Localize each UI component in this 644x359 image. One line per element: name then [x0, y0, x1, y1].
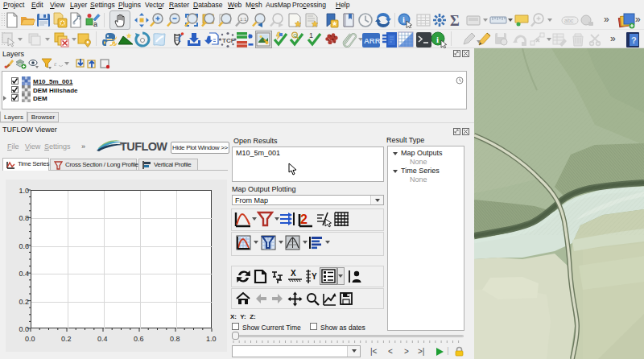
svg-text:Σ: Σ: [450, 13, 460, 28]
svg-text:TCF: TCF: [222, 37, 235, 44]
svg-text:abc: abc: [564, 18, 574, 23]
svg-text:i: i: [402, 15, 405, 24]
svg-text:ε: ε: [54, 60, 57, 68]
svg-text:ARR: ARR: [364, 36, 380, 45]
svg-text:TUFLOW: TUFLOW: [120, 140, 167, 153]
svg-text:Q: Q: [293, 33, 297, 38]
svg-text:Y: Y: [312, 272, 317, 281]
svg-text:a: a: [93, 20, 97, 28]
svg-text:?: ?: [631, 35, 637, 45]
svg-text:2: 2: [300, 213, 308, 226]
svg-text:i: i: [436, 35, 439, 44]
svg-text:X: X: [291, 269, 296, 278]
svg-text:1:1: 1:1: [240, 17, 247, 22]
svg-text:1: 1: [309, 31, 313, 39]
